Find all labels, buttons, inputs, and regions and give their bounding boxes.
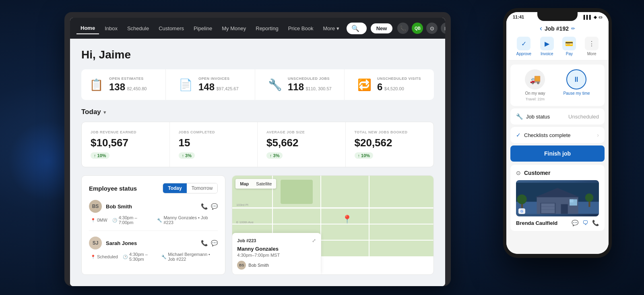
sarah-status: Scheduled	[97, 254, 118, 259]
svg-rect-18	[561, 204, 568, 214]
checkmark-icon: ✓	[516, 132, 521, 138]
nav-pipeline[interactable]: Pipeline	[190, 23, 216, 34]
revenue-badge: ↑ 10%	[91, 152, 109, 159]
visits-icon: 🔁	[357, 78, 372, 91]
on-my-way-button[interactable]: 🚚 On my way Travel: 22m	[525, 69, 545, 101]
sarah-clock-icon: 🕐	[123, 255, 128, 259]
phone-header: ‹ Job #192 ✏ ✓ Approve ▶ Invoice 💳 Pay	[506, 21, 609, 60]
map-tab-satellite[interactable]: Satellite	[253, 180, 275, 187]
checklists-row[interactable]: ✓ Checklists complete ›	[510, 127, 605, 143]
stat-unscheduled-visits[interactable]: 🔁 UNSCHEDULED VISITS 6 $4,520.00	[349, 69, 434, 100]
nav-customers[interactable]: Customers	[155, 23, 188, 34]
visits-value: 6	[377, 81, 382, 92]
svg-point-22	[517, 195, 527, 204]
sarah-name: Sarah Jones	[106, 240, 137, 246]
more-label: More	[587, 52, 597, 56]
invoices-sub: $97,425.67	[217, 86, 239, 91]
metric-avg-job[interactable]: AVERAGE JOB SIZE $5,662 ↑ 3%	[258, 122, 346, 167]
popup-time: 4:30pm–7:00pm MST	[237, 253, 316, 258]
metric-revenue[interactable]: JOB REVENUE EARNED $10,567 ↑ 10%	[82, 122, 170, 167]
customer-icon: ⊙	[516, 170, 521, 176]
tab-today[interactable]: Today	[163, 183, 186, 193]
avg-job-value: $5,662	[266, 137, 336, 149]
location-pin-icon: 📍	[91, 218, 95, 222]
tab-tomorrow[interactable]: Tomorrow	[187, 183, 218, 193]
map-tab-map[interactable]: Map	[237, 180, 252, 187]
job-status-wrench-icon: 🔧	[516, 113, 523, 120]
invoices-icon: 📄	[179, 78, 193, 91]
on-my-way-label: On my way	[525, 91, 545, 96]
popup-technician: Manny Gonzales	[237, 246, 316, 252]
nav-inbox[interactable]: Inbox	[101, 23, 122, 34]
finish-job-button[interactable]: Finish job	[510, 145, 605, 162]
customer-section-label: Customer	[524, 170, 550, 176]
employee-status-panel: Employee status Today Tomorrow BS Bob Sm…	[81, 175, 225, 275]
nav-price-book[interactable]: Price Book	[284, 23, 318, 34]
jobs-icon: 🔧	[268, 78, 282, 91]
bob-phone-icon[interactable]: 📞	[201, 203, 208, 210]
pause-label: Pause my time	[563, 91, 590, 96]
quickbooks-icon-btn[interactable]: QB	[412, 23, 423, 34]
job-status-value: Unscheduled	[568, 114, 599, 120]
svg-rect-7	[281, 180, 313, 204]
employee-tab-group[interactable]: Today Tomorrow	[163, 183, 218, 193]
popup-expand-icon[interactable]: ⤢	[312, 238, 316, 243]
nav-more[interactable]: More ▾	[319, 23, 343, 34]
visits-label: UNSCHEDULED VISITS	[377, 77, 421, 81]
metric-jobs[interactable]: JOBS COMPLETED 15 ↑ 3%	[170, 122, 258, 167]
map-pin-primary[interactable]: 📍	[342, 214, 352, 224]
pay-action[interactable]: 💳 Pay	[562, 37, 576, 56]
stat-open-invoices[interactable]: 📄 OPEN INVOICES 148 $97,425.67	[171, 69, 255, 100]
sarah-phone-icon[interactable]: 📞	[201, 240, 208, 246]
more-action[interactable]: ⋮ More	[585, 37, 599, 56]
sarah-job: Michael Bergemann • Job #222	[168, 252, 218, 262]
search-bar[interactable]: 🔍	[347, 23, 367, 34]
pause-my-time-button[interactable]: ⏸ Pause my time	[563, 69, 590, 101]
grid-icon-btn[interactable]: ⊞	[441, 23, 445, 34]
stat-unscheduled-jobs[interactable]: 🔧 UNSCHEDULED JOBS 118 $110, 300.57	[260, 69, 345, 100]
nav-reporting[interactable]: Reporting	[252, 23, 282, 34]
bob-message-icon[interactable]: 💬	[211, 203, 218, 210]
jobs-completed-label: JOBS COMPLETED	[179, 130, 249, 134]
phone-back-button[interactable]: ‹	[540, 24, 542, 33]
map-tabs[interactable]: Map Satellite	[235, 179, 276, 189]
estimates-icon: 📋	[89, 78, 103, 91]
approve-icon: ✓	[517, 37, 530, 50]
today-dropdown-icon[interactable]: ▾	[103, 109, 106, 115]
jobs-value: 118	[288, 81, 304, 92]
customer-message-icon[interactable]: 💬	[572, 220, 578, 226]
map-panel: Map Satellite	[232, 175, 434, 275]
jobs-sub: $110, 300.57	[306, 86, 332, 91]
metric-new-jobs[interactable]: TOTAL NEW JOBS BOOKED $20,562 ↑ 10%	[346, 122, 434, 167]
customer-chat-icon[interactable]: 🗨	[582, 220, 588, 226]
phone-time: 11:41	[513, 15, 524, 19]
location-icon-btn[interactable]: ⊙	[426, 23, 438, 34]
nav-my-money[interactable]: My Money	[218, 23, 250, 34]
new-button[interactable]: New	[371, 23, 393, 33]
sarah-message-icon[interactable]: 💬	[211, 240, 218, 246]
phone-icon-btn[interactable]: 📞	[397, 23, 409, 34]
checklists-chevron-icon: ›	[597, 132, 599, 138]
phone-body: 🚚 On my way Travel: 22m ⏸ Pause my time …	[506, 60, 609, 254]
nav-schedule[interactable]: Schedule	[123, 23, 153, 34]
employee-bob: BS Bob Smith 📞 💬 📍 0MW	[89, 200, 218, 231]
google-badge: G	[518, 208, 525, 214]
checklists-label: Checklists complete	[524, 132, 571, 138]
job-status-row[interactable]: 🔧 Job status Unscheduled	[510, 108, 605, 125]
approve-action[interactable]: ✓ Approve	[516, 37, 531, 56]
stat-open-estimates[interactable]: 📋 OPEN ESTIMATES 138 82,450.80	[81, 69, 166, 100]
bob-location: 0MW	[97, 218, 107, 222]
jobs-completed-badge: ↑ 3%	[179, 152, 195, 159]
employee-sarah: SJ Sarah Jones 📞 💬 📍 Scheduled	[89, 237, 218, 267]
phone-edit-icon[interactable]: ✏	[571, 26, 575, 31]
customer-section: ⊙ Customer	[510, 165, 605, 231]
phone-action-row: ✓ Approve ▶ Invoice 💳 Pay ⋮ More	[512, 37, 603, 56]
customer-phone-icon[interactable]: 📞	[592, 220, 599, 226]
nav-home[interactable]: Home	[76, 23, 99, 34]
svg-rect-15	[541, 204, 555, 213]
invoice-icon: ▶	[540, 37, 554, 50]
popup-person-avatar: BS	[237, 261, 246, 270]
invoice-action[interactable]: ▶ Invoice	[540, 37, 554, 56]
more-icon: ⋮	[585, 37, 599, 50]
invoice-label: Invoice	[541, 52, 553, 56]
